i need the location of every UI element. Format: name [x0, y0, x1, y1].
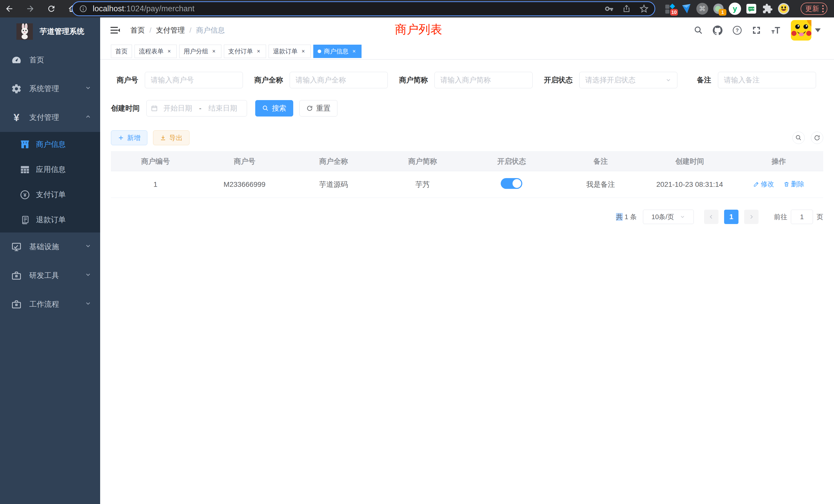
- refresh-icon: [306, 105, 313, 112]
- table-header-row: 商户编号 商户号 商户全称 商户简称 开启状态 备注 创建时间 操作: [111, 152, 823, 171]
- breadcrumb-home[interactable]: 首页: [130, 25, 145, 35]
- browser-menu-icon[interactable]: [822, 5, 824, 12]
- help-icon[interactable]: ?: [732, 25, 742, 35]
- remark-label: 备注: [697, 75, 711, 85]
- close-icon[interactable]: ×: [351, 48, 357, 55]
- font-size-icon[interactable]: [771, 25, 781, 35]
- user-avatar[interactable]: [791, 20, 821, 41]
- sidebar-item-workflow[interactable]: 工作流程: [0, 290, 100, 319]
- page-size-select[interactable]: 10条/页: [643, 210, 694, 224]
- sidebar-submenu-pay: 商户信息 应用信息 ¥ 支付订单 退款订单: [0, 132, 100, 232]
- browser-update-button[interactable]: 更新: [800, 3, 827, 15]
- extensions-row: 10 ⌘ 1 y: [664, 0, 790, 18]
- extension-badge: 1: [719, 9, 726, 16]
- profile-emoji-icon[interactable]: [778, 3, 790, 15]
- search-button[interactable]: 搜索: [255, 100, 293, 116]
- cell-create-time: 2021-10-23 08:31:14: [645, 171, 734, 198]
- browser-reload-icon[interactable]: [46, 4, 57, 14]
- sidebar-item-pay[interactable]: ¥ 支付管理: [0, 103, 100, 132]
- extension-badge: 10: [670, 9, 678, 16]
- close-icon[interactable]: ×: [256, 48, 262, 55]
- extension-cmd-icon[interactable]: ⌘: [696, 3, 708, 15]
- pikachu-avatar-image: [791, 20, 811, 41]
- browser-forward-icon[interactable]: [25, 4, 36, 14]
- add-button[interactable]: 新增: [111, 130, 147, 145]
- main-panel: 首页 / 支付管理 / 商户信息 商户列表 ?: [100, 18, 834, 504]
- sidebar-item-refund-order[interactable]: 退款订单: [0, 207, 100, 232]
- share-icon[interactable]: [622, 4, 631, 13]
- delete-link[interactable]: 删除: [784, 180, 805, 189]
- edit-link[interactable]: 修改: [753, 180, 774, 189]
- close-icon[interactable]: ×: [300, 48, 306, 55]
- prev-page-button[interactable]: [704, 210, 719, 224]
- sidebar-item-system[interactable]: 系统管理: [0, 74, 100, 103]
- sidebar-item-infra[interactable]: 基础设施: [0, 232, 100, 261]
- tag-refund-order[interactable]: 退款订单×: [269, 45, 311, 58]
- status-select[interactable]: 请选择开启状态: [579, 72, 677, 88]
- remark-input[interactable]: [718, 72, 816, 88]
- dashboard-icon: [10, 55, 23, 65]
- document-icon: [19, 215, 31, 225]
- refresh-icon: [814, 135, 820, 141]
- cell-merchant-id: 1: [111, 171, 200, 198]
- start-date-placeholder: 开始日期: [158, 104, 197, 113]
- update-label: 更新: [805, 4, 819, 13]
- col-status: 开启状态: [467, 152, 556, 171]
- fullscreen-icon[interactable]: [752, 26, 761, 35]
- status-toggle[interactable]: [501, 178, 522, 189]
- merchant-shortname-input[interactable]: [435, 72, 532, 88]
- browser-back-icon[interactable]: [4, 4, 14, 14]
- extension-yuque-icon[interactable]: y: [729, 3, 741, 15]
- tag-merchant-info[interactable]: 商户信息×: [313, 45, 361, 58]
- next-page-button[interactable]: [744, 210, 759, 224]
- close-icon[interactable]: ×: [211, 48, 217, 55]
- cell-remark: 我是备注: [556, 171, 645, 198]
- breadcrumb: 首页 / 支付管理 / 商户信息: [130, 18, 225, 43]
- sidebar-item-home[interactable]: 首页: [0, 46, 100, 74]
- password-key-icon[interactable]: [605, 4, 613, 13]
- tag-user-group[interactable]: 用户分组×: [179, 45, 221, 58]
- tag-home[interactable]: 首页: [111, 45, 132, 58]
- sidebar-item-app-info[interactable]: 应用信息: [0, 157, 100, 182]
- page-content: 商户号 商户全称 商户简称 开启状态 请选择开启状态 备注 创建时间 开始日期 …: [100, 60, 834, 224]
- calendar-icon: [151, 105, 158, 112]
- extension-avatar-icon[interactable]: 1: [712, 3, 724, 15]
- sidebar-item-pay-order[interactable]: ¥ 支付订单: [0, 182, 100, 207]
- url-bar[interactable]: localhost:1024/pay/merchant: [72, 1, 655, 16]
- sidebar-item-merchant-info[interactable]: 商户信息: [0, 132, 100, 157]
- refresh-table-button[interactable]: [811, 132, 823, 144]
- tag-pay-order[interactable]: 支付订单×: [224, 45, 266, 58]
- table-toolbar: 新增 导出: [111, 130, 823, 145]
- extension-blocks-icon[interactable]: 10: [664, 3, 676, 15]
- chevron-down-icon: [85, 300, 91, 309]
- bookmark-star-icon[interactable]: [640, 4, 649, 13]
- merchant-fullname-input[interactable]: [290, 72, 388, 88]
- logo-rabbit-image: [17, 23, 33, 40]
- breadcrumb-pay[interactable]: 支付管理: [156, 25, 185, 35]
- github-icon[interactable]: [713, 25, 723, 35]
- table-row: 1 M233666999 芋道源码 芋艿 我是备注 2021-10-23 08:…: [111, 171, 823, 198]
- extension-chat-icon[interactable]: [745, 3, 757, 15]
- export-button[interactable]: 导出: [153, 130, 190, 145]
- reset-button[interactable]: 重置: [300, 100, 337, 116]
- sidebar-item-dev-tools[interactable]: 研发工具: [0, 261, 100, 290]
- page-1-button[interactable]: 1: [724, 210, 739, 224]
- cell-actions: 修改 删除: [734, 171, 823, 198]
- sidebar-logo[interactable]: 芋道管理系统: [0, 18, 100, 46]
- monitor-icon: [10, 242, 23, 252]
- extension-kite-icon[interactable]: [680, 3, 692, 15]
- breadcrumb-current: 商户信息: [196, 25, 225, 35]
- site-info-icon[interactable]: [79, 4, 88, 13]
- sidebar-collapse-icon[interactable]: [109, 25, 121, 36]
- tag-process-form[interactable]: 流程表单×: [135, 45, 177, 58]
- merchant-no-input[interactable]: [145, 72, 243, 88]
- close-icon[interactable]: ×: [166, 48, 172, 55]
- date-range-picker[interactable]: 开始日期 - 结束日期: [146, 100, 247, 116]
- toggle-search-button[interactable]: [792, 132, 805, 144]
- goto-page-input[interactable]: [791, 210, 813, 224]
- extensions-puzzle-icon[interactable]: [762, 3, 773, 15]
- gear-icon: [10, 84, 23, 94]
- pagination: 共 1 条 10条/页 1 前往 页: [111, 210, 823, 224]
- header-search-icon[interactable]: [694, 26, 703, 35]
- create-time-label: 创建时间: [111, 104, 140, 113]
